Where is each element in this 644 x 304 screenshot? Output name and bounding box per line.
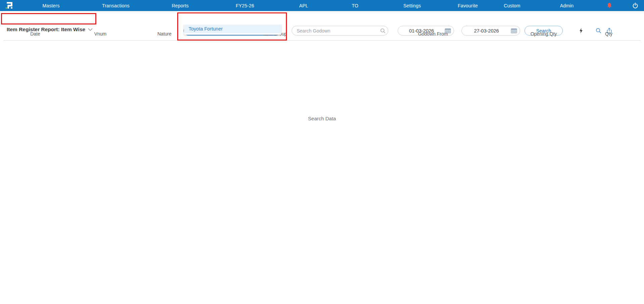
nav-item-fy25-26[interactable]: FY25-26 xyxy=(236,3,254,8)
nav-item-admin[interactable]: Admin xyxy=(560,3,574,8)
column-header-godown-from: Godown From xyxy=(418,31,448,37)
nav-item-apl[interactable]: APL xyxy=(299,3,308,8)
item-suggestion-dropdown: Toyota Fortuner xyxy=(184,24,281,35)
report-table-header: Date Vnum Nature Item Group Godown From … xyxy=(0,31,644,37)
power-icon[interactable] xyxy=(632,2,639,9)
top-navbar: Masters Transactions Reports FY25-26 APL… xyxy=(0,0,644,11)
nav-item-favourite[interactable]: Favourite xyxy=(458,3,478,8)
nav-item-to[interactable]: TO xyxy=(352,3,358,8)
column-header-opening-qty: Opening Qty xyxy=(531,31,557,37)
column-header-qty: Qty xyxy=(605,31,612,37)
nav-item-reports[interactable]: Reports xyxy=(172,3,189,8)
nav-item-masters[interactable]: Masters xyxy=(42,3,59,8)
app-logo-icon[interactable] xyxy=(4,1,13,10)
column-header-vnum: Vnum xyxy=(94,31,107,37)
suggestion-item[interactable]: Toyota Fortuner xyxy=(185,25,281,33)
nav-item-transactions[interactable]: Transactions xyxy=(102,3,130,8)
header-divider xyxy=(3,40,641,41)
column-header-nature: Nature xyxy=(157,31,171,37)
notification-bell-icon[interactable] xyxy=(606,2,613,9)
chevron-down-icon xyxy=(88,28,93,31)
nav-item-custom[interactable]: Custom xyxy=(504,3,520,8)
empty-state-message: Search Data xyxy=(0,116,644,121)
nav-item-settings[interactable]: Settings xyxy=(403,3,421,8)
column-header-date: Date xyxy=(30,31,40,37)
